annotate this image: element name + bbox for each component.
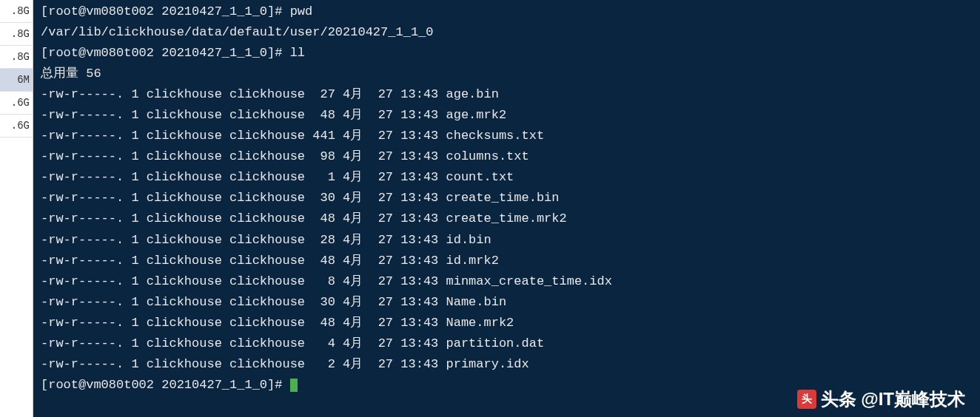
file-entry: -rw-r-----. 1 clickhouse clickhouse 98 4…	[41, 146, 973, 167]
file-entry: -rw-r-----. 1 clickhouse clickhouse 441 …	[41, 126, 973, 146]
file-entry: -rw-r-----. 1 clickhouse clickhouse 27 4…	[41, 84, 973, 105]
total-line: 总用量 56	[41, 64, 973, 84]
file-entry: -rw-r-----. 1 clickhouse clickhouse 30 4…	[41, 188, 973, 208]
file-entry: -rw-r-----. 1 clickhouse clickhouse 2 4月…	[41, 354, 973, 375]
command: pwd	[290, 4, 313, 18]
sidebar-item[interactable]: 6M	[0, 69, 33, 92]
terminal-pane[interactable]: [root@vm080t002 20210427_1_1_0]# pwd /va…	[33, 0, 980, 417]
file-entry: -rw-r-----. 1 clickhouse clickhouse 48 4…	[41, 105, 973, 126]
cursor	[290, 379, 298, 392]
size-sidebar: .8G .8G .8G 6M .6G .6G	[0, 0, 33, 417]
file-entry: -rw-r-----. 1 clickhouse clickhouse 48 4…	[41, 313, 973, 333]
prompt: [root@vm080t002 20210427_1_1_0]#	[41, 46, 290, 60]
file-entry: -rw-r-----. 1 clickhouse clickhouse 8 4月…	[41, 271, 973, 292]
file-entry: -rw-r-----. 1 clickhouse clickhouse 30 4…	[41, 292, 973, 313]
sidebar-item[interactable]: .8G	[0, 23, 33, 46]
file-entry: -rw-r-----. 1 clickhouse clickhouse 4 4月…	[41, 333, 973, 354]
file-list: -rw-r-----. 1 clickhouse clickhouse 27 4…	[41, 84, 973, 375]
file-entry: -rw-r-----. 1 clickhouse clickhouse 1 4月…	[41, 167, 973, 188]
sidebar-item[interactable]: .6G	[0, 115, 33, 138]
sidebar-item[interactable]: .8G	[0, 46, 33, 69]
terminal-line: [root@vm080t002 20210427_1_1_0]# pwd	[41, 1, 973, 22]
prompt: [root@vm080t002 20210427_1_1_0]#	[41, 378, 290, 392]
file-entry: -rw-r-----. 1 clickhouse clickhouse 48 4…	[41, 208, 973, 229]
watermark-handle: @IT巅峰技术	[861, 387, 965, 411]
file-entry: -rw-r-----. 1 clickhouse clickhouse 48 4…	[41, 251, 973, 271]
sidebar-item[interactable]: .8G	[0, 0, 33, 23]
prompt: [root@vm080t002 20210427_1_1_0]#	[41, 4, 290, 18]
terminal-line: [root@vm080t002 20210427_1_1_0]# ll	[41, 43, 973, 64]
watermark-brand: 头条	[821, 387, 856, 411]
terminal-output: /var/lib/clickhouse/data/default/user/20…	[41, 22, 973, 43]
watermark: 头 头条 @IT巅峰技术	[797, 387, 965, 411]
sidebar-item[interactable]: .6G	[0, 92, 33, 115]
file-entry: -rw-r-----. 1 clickhouse clickhouse 28 4…	[41, 230, 973, 251]
command: ll	[290, 46, 305, 60]
toutiao-logo-icon: 头	[797, 390, 816, 409]
